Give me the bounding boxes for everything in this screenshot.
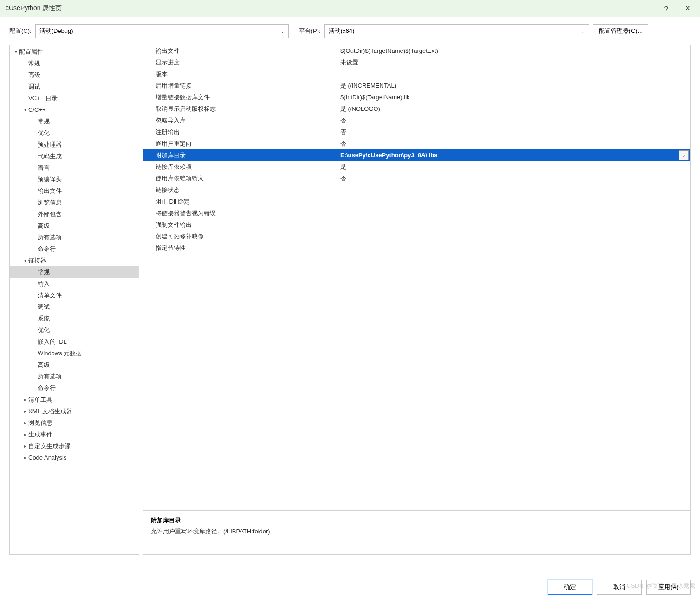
property-value[interactable]: $(IntDir)$(TargetName).ilk [338, 94, 690, 101]
tree-item[interactable]: 常规 [10, 266, 139, 278]
property-row[interactable]: 逐用户重定向否 [143, 138, 690, 149]
tree-item-label: XML 文档生成器 [28, 407, 72, 416]
property-value[interactable]: 是 (/NOLOGO) [338, 105, 690, 113]
config-manager-button[interactable]: 配置管理器(O)... [593, 24, 649, 38]
collapse-icon[interactable]: ▾ [22, 258, 28, 263]
tree-item-label: 配置属性 [19, 48, 43, 56]
tree-item[interactable]: ▸自定义生成步骤 [10, 440, 139, 452]
property-row[interactable]: 阻止 Dll 绑定 [143, 196, 690, 207]
tree-item[interactable]: ▸浏览信息 [10, 417, 139, 429]
property-row[interactable]: 取消显示启动版权标志是 (/NOLOGO) [143, 103, 690, 115]
tree-item[interactable]: 系统 [10, 313, 139, 324]
dropdown-button[interactable]: ⌄ [679, 150, 689, 160]
property-row[interactable]: 附加库目录E:\usePy\cUsePython\py3_8A\libs⌄ [143, 149, 690, 161]
close-button[interactable]: ✕ [677, 0, 698, 17]
property-value[interactable]: 否 [338, 174, 690, 183]
property-row[interactable]: 显示进度未设置 [143, 57, 690, 68]
tree-item[interactable]: 嵌入的 IDL [10, 336, 139, 347]
property-row[interactable]: 强制文件输出 [143, 219, 690, 231]
property-value[interactable]: 是 [338, 163, 690, 171]
property-value[interactable]: 未设置 [338, 58, 690, 67]
property-value[interactable]: 是 (/INCREMENTAL) [338, 82, 690, 90]
property-row[interactable]: 版本 [143, 68, 690, 80]
tree-item[interactable]: ▸Code Analysis [10, 452, 139, 463]
tree-item[interactable]: 命令行 [10, 382, 139, 394]
collapse-icon[interactable]: ▾ [13, 49, 19, 54]
cancel-button[interactable]: 取消 [597, 580, 642, 595]
property-row[interactable]: 注册输出否 [143, 126, 690, 138]
tree-item[interactable]: 浏览信息 [10, 197, 139, 208]
tree-item-label: 嵌入的 IDL [38, 338, 67, 346]
apply-button[interactable]: 应用(A) [646, 580, 691, 595]
property-name: 将链接器警告视为错误 [143, 209, 338, 218]
tree-item[interactable]: ▾C/C++ [10, 104, 139, 115]
tree-item[interactable]: 外部包含 [10, 208, 139, 220]
property-row[interactable]: 指定节特性 [143, 242, 690, 254]
property-name: 输出文件 [143, 47, 338, 55]
property-name: 取消显示启动版权标志 [143, 105, 338, 113]
tree-item[interactable]: ▸XML 文档生成器 [10, 405, 139, 417]
expand-icon[interactable]: ▸ [22, 443, 28, 449]
property-value[interactable]: 否 [338, 140, 690, 148]
tree-item[interactable]: 调试 [10, 301, 139, 313]
tree-item[interactable]: 所有选项 [10, 231, 139, 243]
tree-item[interactable]: VC++ 目录 [10, 92, 139, 104]
expand-icon[interactable]: ▸ [22, 420, 28, 425]
property-row[interactable]: 创建可热修补映像 [143, 231, 690, 242]
tree-item[interactable]: ▸清单工具 [10, 394, 139, 405]
property-row[interactable]: 链接库依赖项是 [143, 161, 690, 173]
property-row[interactable]: 忽略导入库否 [143, 115, 690, 126]
tree-item[interactable]: 命令行 [10, 243, 139, 255]
tree-item[interactable]: 高级 [10, 220, 139, 231]
tree-item[interactable]: 调试 [10, 81, 139, 92]
property-value[interactable]: 否 [338, 116, 690, 125]
property-value[interactable]: $(OutDir)$(TargetName)$(TargetExt) [338, 47, 690, 54]
property-value[interactable]: E:\usePy\cUsePython\py3_8A\libs [338, 152, 679, 159]
tree-item[interactable]: 清单文件 [10, 289, 139, 301]
config-combo[interactable]: 活动(Debug) ⌄ [35, 24, 289, 38]
tree-view[interactable]: ▾配置属性常规高级调试VC++ 目录▾C/C++常规优化预处理器代码生成语言预编… [9, 45, 139, 555]
tree-item[interactable]: 预处理器 [10, 139, 139, 150]
chevron-down-icon: ⌄ [280, 28, 285, 34]
tree-item-label: 优化 [38, 129, 50, 137]
tree-item-label: 外部包含 [38, 210, 62, 218]
tree-item[interactable]: 输出文件 [10, 185, 139, 197]
platform-combo[interactable]: 活动(x64) ⌄ [324, 24, 589, 38]
expand-icon[interactable]: ▸ [22, 432, 28, 437]
tree-item[interactable]: 代码生成 [10, 150, 139, 162]
tree-item-label: 输出文件 [38, 187, 62, 195]
tree-item[interactable]: 输入 [10, 278, 139, 289]
tree-item[interactable]: Windows 元数据 [10, 347, 139, 359]
tree-item[interactable]: 高级 [10, 69, 139, 81]
help-button[interactable]: ? [655, 0, 677, 17]
tree-item[interactable]: 高级 [10, 359, 139, 371]
tree-item[interactable]: 常规 [10, 58, 139, 69]
property-name: 版本 [143, 70, 338, 78]
expand-icon[interactable]: ▸ [22, 397, 28, 402]
property-row[interactable]: 增量链接数据库文件$(IntDir)$(TargetName).ilk [143, 91, 690, 103]
expand-icon[interactable]: ▸ [22, 455, 28, 460]
property-row[interactable]: 链接状态 [143, 184, 690, 196]
property-row[interactable]: 启用增量链接是 (/INCREMENTAL) [143, 80, 690, 91]
tree-item[interactable]: 预编译头 [10, 173, 139, 185]
description-panel: 附加库目录 允许用户重写环境库路径。(/LIBPATH:folder) [143, 511, 691, 555]
tree-item[interactable]: ▸生成事件 [10, 429, 139, 440]
collapse-icon[interactable]: ▾ [22, 107, 28, 112]
tree-item[interactable]: ▾配置属性 [10, 46, 139, 58]
property-row[interactable]: 使用库依赖项输入否 [143, 173, 690, 184]
tree-item-label: 所有选项 [38, 372, 62, 381]
expand-icon[interactable]: ▸ [22, 409, 28, 414]
ok-button[interactable]: 确定 [548, 580, 592, 595]
property-row[interactable]: 输出文件$(OutDir)$(TargetName)$(TargetExt) [143, 45, 690, 57]
tree-item[interactable]: 优化 [10, 127, 139, 139]
tree-item[interactable]: 语言 [10, 162, 139, 173]
tree-item-label: C/C++ [28, 106, 46, 113]
tree-item[interactable]: 优化 [10, 324, 139, 336]
property-grid[interactable]: 输出文件$(OutDir)$(TargetName)$(TargetExt)显示… [143, 45, 691, 511]
tree-item[interactable]: 常规 [10, 115, 139, 127]
property-value[interactable]: 否 [338, 128, 690, 136]
property-row[interactable]: 将链接器警告视为错误 [143, 207, 690, 219]
tree-item[interactable]: 所有选项 [10, 371, 139, 382]
tree-item-label: Code Analysis [28, 454, 66, 461]
tree-item[interactable]: ▾链接器 [10, 255, 139, 266]
